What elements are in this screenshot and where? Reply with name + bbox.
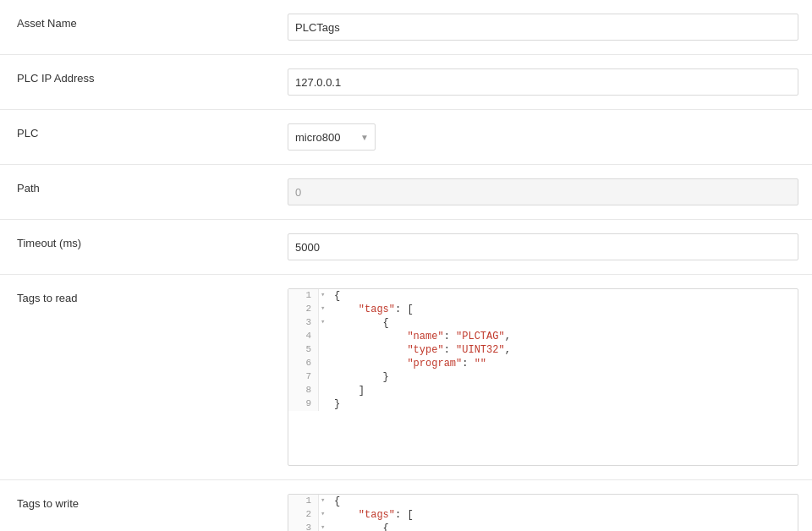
code-line: 9} (288, 397, 798, 411)
plc-select-wrap: micro800 controllogix micrologix ▼ (288, 123, 376, 151)
code-line: 7 } (288, 370, 798, 384)
line-fold-icon[interactable]: ▾ (319, 303, 331, 316)
line-content: "type": "UINT32", (331, 343, 798, 357)
line-fold-icon (319, 343, 331, 357)
plc-control: micro800 controllogix micrologix ▼ (288, 120, 812, 154)
line-number: 5 (288, 343, 319, 357)
code-line: 3▾ { (288, 316, 798, 330)
line-fold-icon[interactable]: ▾ (319, 316, 331, 330)
line-fold-icon (319, 384, 331, 397)
asset-name-control (288, 10, 812, 44)
path-control (288, 175, 812, 209)
line-number: 6 (288, 357, 319, 370)
tags-write-label: Tags to write (0, 490, 288, 515)
line-number: 2 (288, 303, 319, 316)
path-row: Path (0, 165, 812, 220)
line-content: ] (331, 384, 798, 397)
code-line: 8 ] (288, 384, 798, 397)
plc-label: PLC (0, 120, 288, 145)
tags-read-control: 1▾{2▾ "tags": [3▾ {4 "name": "PLCTAG",5 … (288, 285, 812, 469)
tags-read-row: Tags to read 1▾{2▾ "tags": [3▾ {4 "name"… (0, 275, 812, 480)
tags-read-code-lines: 1▾{2▾ "tags": [3▾ {4 "name": "PLCTAG",5 … (288, 289, 798, 411)
line-content: "tags": [ (331, 508, 798, 522)
tags-read-editor[interactable]: 1▾{2▾ "tags": [3▾ {4 "name": "PLCTAG",5 … (288, 288, 798, 466)
path-label: Path (0, 175, 288, 200)
plc-ip-row: PLC IP Address (0, 55, 812, 110)
form-container: Asset Name PLC IP Address PLC micro800 c… (0, 0, 812, 531)
tags-write-control: 1▾{2▾ "tags": [3▾ {4 "name": "PLCTAG",5 … (288, 490, 812, 531)
code-line: 5 "type": "UINT32", (288, 343, 798, 357)
tags-write-code-lines: 1▾{2▾ "tags": [3▾ {4 "name": "PLCTAG",5 … (288, 495, 798, 531)
line-content: { (331, 495, 798, 508)
line-content: } (331, 397, 798, 411)
line-number: 3 (288, 522, 319, 531)
line-content: "name": "PLCTAG", (331, 330, 798, 343)
plc-row: PLC micro800 controllogix micrologix ▼ (0, 110, 812, 165)
plc-ip-label: PLC IP Address (0, 65, 288, 90)
line-fold-icon[interactable]: ▾ (319, 522, 331, 531)
line-number: 2 (288, 508, 319, 522)
code-line: 2▾ "tags": [ (288, 303, 798, 316)
code-line: 1▾{ (288, 289, 798, 303)
code-line: 4 "name": "PLCTAG", (288, 330, 798, 343)
plc-ip-control (288, 65, 812, 99)
timeout-label: Timeout (ms) (0, 230, 288, 255)
line-number: 8 (288, 384, 319, 397)
line-content: { (331, 316, 798, 330)
line-number: 3 (288, 316, 319, 330)
asset-name-label: Asset Name (0, 10, 288, 35)
code-line: 6 "program": "" (288, 357, 798, 370)
line-fold-icon (319, 397, 331, 411)
line-content: { (331, 522, 798, 531)
tags-write-row: Tags to write 1▾{2▾ "tags": [3▾ {4 "name… (0, 480, 812, 531)
line-number: 1 (288, 495, 319, 508)
line-fold-icon[interactable]: ▾ (319, 495, 331, 508)
line-content: "program": "" (331, 357, 798, 370)
line-fold-icon[interactable]: ▾ (319, 508, 331, 522)
line-number: 9 (288, 397, 319, 411)
line-content: { (331, 289, 798, 303)
tags-write-editor[interactable]: 1▾{2▾ "tags": [3▾ {4 "name": "PLCTAG",5 … (288, 494, 798, 531)
line-fold-icon (319, 370, 331, 384)
code-line: 1▾{ (288, 495, 798, 508)
line-content: } (331, 370, 798, 384)
line-content: "tags": [ (331, 303, 798, 316)
plc-select[interactable]: micro800 controllogix micrologix (288, 123, 376, 151)
line-fold-icon[interactable]: ▾ (319, 289, 331, 303)
line-number: 4 (288, 330, 319, 343)
asset-name-row: Asset Name (0, 0, 812, 55)
code-line: 3▾ { (288, 522, 798, 531)
code-line: 2▾ "tags": [ (288, 508, 798, 522)
timeout-input[interactable] (288, 233, 798, 260)
timeout-control (288, 230, 812, 264)
asset-name-input[interactable] (288, 14, 798, 41)
line-fold-icon (319, 330, 331, 343)
path-input[interactable] (288, 178, 798, 205)
line-number: 7 (288, 370, 319, 384)
line-number: 1 (288, 289, 319, 303)
tags-read-label: Tags to read (0, 285, 288, 309)
timeout-row: Timeout (ms) (0, 220, 812, 275)
plc-ip-input[interactable] (288, 68, 798, 96)
line-fold-icon (319, 357, 331, 370)
